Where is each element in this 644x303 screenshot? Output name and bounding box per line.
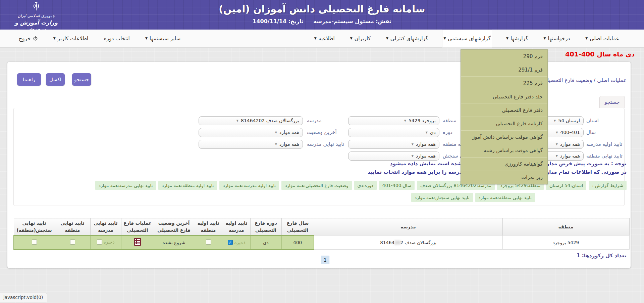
menu-item-form-290[interactable]: فرم 290 xyxy=(461,50,547,63)
chevron-down-icon: ▼ xyxy=(350,37,353,40)
nav-item-system-reports[interactable]: گزارشهای سیستمی▼ xyxy=(442,30,492,48)
menu-item-form-291-1[interactable]: فرم 291/1 xyxy=(461,63,547,77)
notice-text: درسه را برابر همه موارد انتخاب نمایید xyxy=(368,169,462,175)
checkbox-checked-icon[interactable]: ✓ xyxy=(228,240,233,245)
school-final-approval-select[interactable]: ▼همه موارد xyxy=(199,140,303,149)
app-header: جمهوری اسلامی ایران وزارت آموزش و پرورش … xyxy=(0,0,644,30)
nav-item-requests[interactable]: درخواستها▼ xyxy=(542,30,572,48)
save-label: ذخیره xyxy=(104,239,115,245)
field-label-school-final-approval: تایید نهایی مدرسه xyxy=(307,140,344,149)
chevron-down-icon: ▼ xyxy=(585,37,588,40)
nav-item-user-info[interactable]: اطلاعات کاربر▼ xyxy=(52,30,90,48)
col-header-operations[interactable]: عملیات فارغ التحصیلی xyxy=(121,218,154,235)
menu-item-grad-book[interactable]: دفتر فارغ التحصیلی xyxy=(461,103,547,117)
filter-tag: تایید نهایی منطقه:همه موارد xyxy=(475,193,535,202)
select-arrow-icon: ▼ xyxy=(412,143,414,146)
records-count: تعداد کل رکوردها: 1 xyxy=(577,253,627,259)
menu-item-grade-details[interactable]: ریز نمرات xyxy=(461,171,547,184)
filter-tag: تایید اولیه منطقه:همه موارد xyxy=(158,181,217,190)
col-header-district-initial[interactable]: تایید اولیه منطقه xyxy=(194,218,223,235)
menu-item-temp-cert-by-major[interactable]: گواهی موقت براساس رشته xyxy=(461,144,547,158)
col-header-school-final[interactable]: تایید نهایی مدرسه xyxy=(90,218,121,235)
period-title: دی ماه سال 400-401 xyxy=(565,50,635,58)
chevron-down-icon: ▼ xyxy=(386,37,388,40)
filter-tag: تایید نهایی مدرسه:همه موارد xyxy=(95,181,156,190)
select-value: همه موارد xyxy=(560,153,580,159)
pagination-page-1[interactable]: 1 xyxy=(321,256,329,264)
filter-tag: تایید اولیه مدرسه:همه موارد xyxy=(219,181,279,190)
nav-item-main-operations[interactable]: عملیات اصلی▼ xyxy=(584,30,621,48)
checkbox-unchecked-icon[interactable] xyxy=(70,240,75,245)
filter-tag: شرایط گزارش : xyxy=(589,181,627,190)
checkbox-unchecked-icon[interactable] xyxy=(97,240,102,245)
table-header-row: منطقه مدرسه سال فارغ التحصیلی دوره فارغ … xyxy=(14,218,629,235)
nav-item-announcements[interactable]: اطلاعیه▼ xyxy=(313,30,336,48)
col-header-last-status[interactable]: آخرین وضعیت فارغ التحصیلی xyxy=(154,218,194,235)
select-value: همه موارد xyxy=(279,130,299,135)
field-label-period: دوره xyxy=(443,128,452,137)
app-root: { "colors": { "header_purple": "#554ea3"… xyxy=(0,0,644,303)
chevron-down-icon: ▼ xyxy=(53,37,56,40)
last-status-select[interactable]: ▼همه موارد xyxy=(199,128,303,137)
menu-item-temp-cert-by-student[interactable]: گواهی موقت براساس دانش آموز xyxy=(461,131,547,144)
menu-item-internship-cert[interactable]: گواهینامه کارورزی xyxy=(461,158,547,171)
select-arrow-icon: ▼ xyxy=(426,131,428,134)
chevron-down-icon: ▼ xyxy=(443,37,446,40)
filter-tag: دوره:دی xyxy=(354,181,377,190)
sanjesh-final-approval-select[interactable]: ▼همه موارد xyxy=(348,152,439,161)
select-arrow-icon: ▼ xyxy=(275,131,277,134)
nav-label: عملیات اصلی xyxy=(590,36,619,42)
col-header-district-final[interactable]: تایید نهایی منطقه xyxy=(55,218,90,235)
checkbox-unchecked-icon[interactable] xyxy=(32,240,37,245)
col-header-grad-year[interactable]: سال فارغ التحصیلی xyxy=(281,218,314,235)
nav-item-control-reports[interactable]: گزارشهای کنترلی▼ xyxy=(385,30,430,48)
select-arrow-icon: ▼ xyxy=(556,143,558,146)
period-select[interactable]: ▼دی xyxy=(348,128,439,137)
cell-operations xyxy=(121,235,154,250)
district-select[interactable]: ▼5429 بروجرد xyxy=(348,116,439,125)
district-initial-approval-select[interactable]: ▼همه موارد xyxy=(348,140,439,149)
excel-button[interactable]: اکسل xyxy=(46,73,65,86)
nav-item-logout[interactable]: خروج xyxy=(17,30,39,48)
tab-search[interactable]: جستجو xyxy=(599,96,625,108)
graduation-operations-icon[interactable] xyxy=(134,237,141,246)
select-arrow-icon: ▼ xyxy=(556,131,558,134)
system-reports-dropdown: فرم 290 فرم 291/1 فرم 225 جلد دفتر فارغ … xyxy=(461,49,548,184)
field-label-province: استان xyxy=(586,116,599,125)
menu-item-grad-book-cover[interactable]: جلد دفتر فارغ التحصیلی xyxy=(461,90,547,103)
nav-item-reports[interactable]: گزارشها▼ xyxy=(505,30,530,48)
nav-label: خروج xyxy=(19,36,31,42)
cell-district-final xyxy=(55,235,90,250)
table-row[interactable]: 5429 بروجرد 81464202 بزرگسالان صدف 400 د… xyxy=(14,235,629,250)
breadcrumb: عملیات اصلی / وضعیت فارغ التحصیلی xyxy=(543,77,627,83)
school-code-blurred: 20 xyxy=(394,240,400,245)
filter-tag: وضعیت فارغ التحصیلی:همه موارد xyxy=(281,181,352,190)
menu-item-form-225[interactable]: فرم 225 xyxy=(461,77,547,90)
nav-item-select-period[interactable]: انتخاب دوره xyxy=(102,30,131,48)
save-label: ذخیره xyxy=(234,240,246,245)
cell-school-initial: ✓ ذخیره xyxy=(223,235,250,250)
select-value: همه موارد xyxy=(279,141,299,147)
school-code: 81464 xyxy=(380,240,394,245)
checkbox-unchecked-icon[interactable] xyxy=(206,240,211,245)
nav-group-primary: عملیات اصلی▼ درخواستها▼ گزارشها▼ گزارشها… xyxy=(313,30,621,48)
help-button[interactable]: راهنما xyxy=(17,73,41,86)
col-header-school[interactable]: مدرسه xyxy=(314,218,502,235)
select-value: 54 لرستان xyxy=(558,118,580,123)
menu-item-grad-transcript[interactable]: کارنامه فارغ التحصیلی xyxy=(461,117,547,130)
col-header-sanjesh-final[interactable]: تایید نهایی سنجش(منطقه) xyxy=(14,218,55,235)
nav-label: گزارشها xyxy=(511,36,528,42)
filter-tag: سال:400-401 xyxy=(379,181,415,190)
header-subtitle: نقش: مسئول سیستم-مدرسه تاریخ: 1400/11/14 xyxy=(0,18,644,25)
col-header-grad-period[interactable]: دوره فارغ التحصیلی xyxy=(250,218,281,235)
school-select[interactable]: ▼81464202 بزرگسالان صدف xyxy=(199,116,303,125)
cell-school: 81464202 بزرگسالان صدف xyxy=(314,235,502,250)
cell-region: 5429 بروجرد xyxy=(502,235,629,250)
search-button[interactable]: جستجو xyxy=(72,73,91,86)
col-header-school-initial[interactable]: تایید اولیه مدرسه xyxy=(223,218,250,235)
current-date: تاریخ: 1400/11/14 xyxy=(253,18,303,25)
cell-grad-period: دی xyxy=(250,235,281,250)
nav-item-other-systems[interactable]: سایر سیستمها▼ xyxy=(144,30,182,48)
col-header-region[interactable]: منطقه xyxy=(502,218,629,235)
nav-item-users[interactable]: کاربران▼ xyxy=(349,30,372,48)
